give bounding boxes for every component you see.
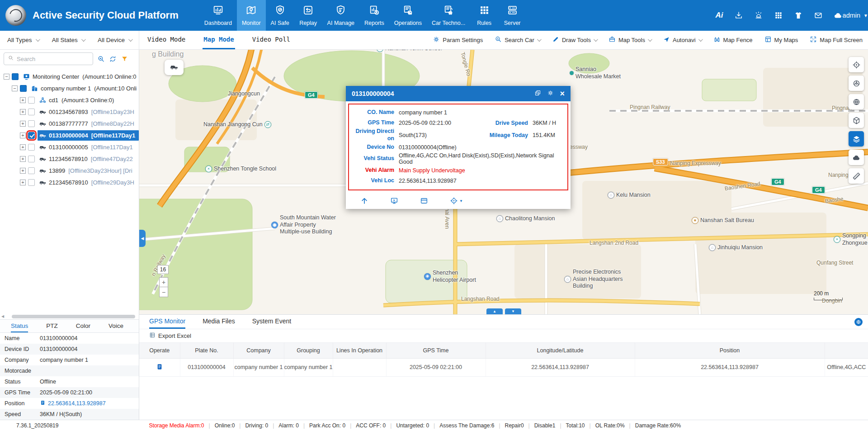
expander-plus-icon[interactable]: +: [20, 156, 26, 162]
filter-all-types[interactable]: All Types: [7, 37, 39, 43]
ai-icon[interactable]: Ai: [716, 11, 723, 20]
toolbar-my-maps[interactable]: My Maps: [764, 36, 798, 44]
operate-doc-icon[interactable]: [156, 363, 163, 370]
filter-all-device[interactable]: All Device: [98, 37, 132, 43]
download-icon[interactable]: [734, 11, 743, 20]
tree-checkbox[interactable]: [28, 97, 35, 104]
collapse-sidebar-handle[interactable]: ◀: [139, 230, 146, 247]
search-car-icon[interactable]: [97, 55, 105, 63]
expander-plus-icon[interactable]: +: [20, 180, 26, 185]
toolbar-draw-tools[interactable]: Draw Tools: [552, 36, 597, 44]
filter-funnel-icon[interactable]: [121, 55, 128, 63]
tree-checkbox[interactable]: [28, 156, 35, 162]
tree-node-body[interactable]: 13899[Offline3Day23Hour] [Dri: [38, 166, 136, 176]
zoom-in-button[interactable]: +: [159, 277, 168, 287]
popup-copy-icon[interactable]: [534, 90, 541, 98]
refresh-icon[interactable]: [109, 55, 117, 63]
tree-checkbox[interactable]: [28, 144, 35, 151]
tree-node-13899[interactable]: +13899[Offline3Day23Hour] [Dri: [0, 165, 139, 176]
detail-action-icon[interactable]: [420, 197, 428, 205]
measure-tool-icon[interactable]: [849, 168, 864, 184]
detail-value[interactable]: 22.563614,113.928987: [40, 400, 106, 407]
expander-plus-icon[interactable]: +: [20, 121, 26, 127]
toolbar-map-fence[interactable]: Map Fence: [713, 36, 753, 44]
tree-node-body[interactable]: 212345678910[Offline29Day3H: [38, 177, 138, 188]
scrollbar-thumb[interactable]: [12, 315, 135, 318]
tree-checkbox[interactable]: [12, 73, 19, 80]
tree-horizontal-scrollbar[interactable]: ◀: [0, 314, 139, 319]
export-excel-button[interactable]: Export Excel: [139, 329, 868, 343]
tab-system-event[interactable]: System Event: [252, 315, 291, 329]
tree-node-monitoring-center[interactable]: −Monitoring Center(Amount:10 Online:0: [0, 71, 139, 82]
expander-plus-icon[interactable]: +: [20, 144, 26, 150]
operate-cell[interactable]: [139, 358, 180, 376]
expander-minus-icon[interactable]: −: [4, 74, 9, 80]
track-action-icon[interactable]: [360, 197, 368, 205]
tree-node-001234567893[interactable]: +001234567893[Offline1Day23H: [0, 106, 139, 118]
nav-item-monitor[interactable]: Monitor: [237, 0, 266, 31]
apps-grid-icon[interactable]: [774, 11, 783, 20]
tab-gps-monitor[interactable]: GPS Monitor: [149, 315, 185, 329]
scroll-left-arrow-icon[interactable]: ◀: [1, 314, 4, 318]
table-row[interactable]: 013100000004company number 1company numb…: [139, 358, 868, 376]
tab-video-mode[interactable]: Video Mode: [146, 31, 186, 49]
nav-item-operations[interactable]: Operations: [389, 0, 427, 31]
expander-plus-icon[interactable]: +: [20, 97, 26, 103]
tree-checkbox[interactable]: [28, 167, 35, 174]
mail-icon[interactable]: [814, 11, 823, 20]
tree-node-cd1[interactable]: +cd1(Amount:3 Online:0): [0, 94, 139, 106]
expander-plus-icon[interactable]: +: [20, 133, 26, 138]
toolbar-map-full-screen[interactable]: Map Full Screen: [810, 36, 863, 44]
admin-menu[interactable]: admin ▼: [843, 12, 868, 19]
tree-node-body[interactable]: 001234567893[Offline1Day23H: [38, 107, 138, 117]
toolbar-map-tools[interactable]: Map Tools: [609, 36, 651, 44]
tree-checkbox[interactable]: [28, 179, 35, 186]
playback-action-icon[interactable]: [390, 197, 398, 205]
detail-tab-status[interactable]: Status: [11, 320, 28, 332]
tree-checkbox[interactable]: [28, 109, 35, 115]
search-box[interactable]: [4, 52, 93, 65]
tab-video-poll[interactable]: Video Poll: [251, 31, 291, 49]
nav-item-reports[interactable]: Reports: [359, 0, 389, 31]
toolbar-autonavi[interactable]: Autonavi: [663, 36, 702, 44]
streetview-tool-icon[interactable]: [849, 94, 864, 109]
detail-tab-color[interactable]: Color: [76, 320, 90, 332]
tree-node-112345678910[interactable]: +112345678910[Offline47Day22: [0, 153, 139, 165]
popup-header[interactable]: 013100000004 ×: [346, 86, 571, 101]
cloud-icon[interactable]: [834, 11, 843, 20]
clothing-icon[interactable]: [794, 11, 803, 20]
tree-node-body[interactable]: 112345678910[Offline47Day22: [38, 154, 137, 164]
weather-tool-icon[interactable]: [849, 150, 864, 165]
popup-close-icon[interactable]: ×: [560, 90, 565, 98]
detail-tab-voice[interactable]: Voice: [108, 320, 123, 332]
nav-item-rules[interactable]: Rules: [470, 0, 498, 31]
vehicle-mode-button[interactable]: [165, 60, 184, 75]
tree-node-212345678910[interactable]: +212345678910[Offline29Day3H: [0, 176, 139, 188]
expander-plus-icon[interactable]: +: [20, 109, 26, 115]
nav-item-replay[interactable]: Replay: [294, 0, 322, 31]
traffic-tool-icon[interactable]: [849, 76, 864, 91]
nav-item-car-techno[interactable]: Car Techno...: [427, 0, 470, 31]
collapse-down-handle[interactable]: ▼: [505, 308, 521, 314]
nav-item-server[interactable]: Server: [498, 0, 526, 31]
layers-tool-icon[interactable]: [849, 131, 864, 147]
tree-checkbox[interactable]: [28, 120, 35, 127]
toolbar-search-car[interactable]: Search Car: [495, 36, 540, 44]
tree-node-013100000005[interactable]: +013100000005[Offline117Day1: [0, 141, 139, 153]
toolbar-param-settings[interactable]: Param Settings: [433, 36, 483, 44]
nav-item-ai-safe[interactable]: AI Safe: [266, 0, 294, 31]
zoom-out-button[interactable]: −: [159, 287, 168, 297]
tree-node-body[interactable]: cd1(Amount:3 Online:0): [38, 95, 118, 105]
nav-item-dashboard[interactable]: Dashboard: [199, 0, 237, 31]
expander-minus-icon[interactable]: −: [12, 85, 18, 91]
detail-tab-ptz[interactable]: PTZ: [46, 320, 58, 332]
search-input[interactable]: [17, 56, 85, 62]
expander-plus-icon[interactable]: +: [20, 168, 26, 174]
tree-node-001387777777[interactable]: +001387777777[Offline8Day22H: [0, 118, 139, 129]
locate-action-icon[interactable]: ▼: [450, 197, 463, 205]
panel-globe-icon[interactable]: [854, 318, 863, 326]
tree-node-body[interactable]: 013100000004[Offline117Day1: [38, 130, 139, 141]
tree-node-body[interactable]: 001387777777[Offline8Day22H: [38, 118, 138, 129]
map-canvas[interactable]: g Building×Nanshan Tonm SchoolJiangongcu…: [139, 50, 868, 314]
tree-checkbox[interactable]: [20, 85, 27, 92]
